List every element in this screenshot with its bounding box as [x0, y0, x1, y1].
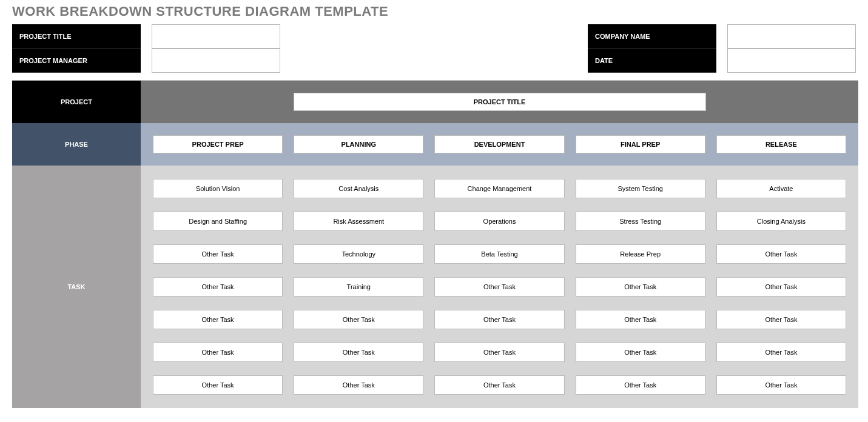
row-label-task: TASK: [12, 166, 141, 408]
phase-cell[interactable]: FINAL PREP: [576, 135, 705, 153]
row-body-task: Solution VisionCost AnalysisChange Manag…: [141, 166, 858, 408]
task-cell[interactable]: Other Task: [716, 310, 846, 329]
task-cell[interactable]: Beta Testing: [434, 244, 564, 264]
task-cell[interactable]: Technology: [294, 244, 423, 264]
row-body-project: PROJECT TITLE: [141, 81, 858, 123]
task-cell[interactable]: Other Task: [576, 277, 705, 296]
task-cell[interactable]: Other Task: [716, 277, 846, 296]
task-cell[interactable]: Other Task: [716, 375, 846, 395]
phase-cell[interactable]: RELEASE: [716, 135, 846, 153]
task-cell[interactable]: Design and Staffing: [153, 212, 283, 231]
row-label-project: PROJECT: [12, 81, 141, 123]
company-name-input[interactable]: [727, 24, 856, 49]
phase-cell[interactable]: DEVELOPMENT: [434, 135, 564, 153]
task-cell[interactable]: Other Task: [153, 375, 283, 395]
header-grid: PROJECT TITLE COMPANY NAME PROJECT MANAG…: [12, 24, 856, 73]
task-cell[interactable]: Other Task: [294, 343, 423, 362]
task-cell[interactable]: Change Management: [434, 179, 564, 198]
task-cell[interactable]: Risk Assessment: [294, 212, 423, 231]
task-cell[interactable]: Closing Analysis: [716, 212, 846, 231]
company-name-label: COMPANY NAME: [588, 24, 716, 49]
project-title-label: PROJECT TITLE: [12, 24, 141, 49]
task-cell[interactable]: Operations: [434, 212, 564, 231]
task-cell[interactable]: Other Task: [153, 244, 283, 264]
task-cell[interactable]: Training: [294, 277, 423, 296]
task-cell[interactable]: Other Task: [153, 343, 283, 362]
task-cell[interactable]: Cost Analysis: [294, 179, 423, 198]
task-cell[interactable]: Activate: [716, 179, 846, 198]
task-cell[interactable]: Solution Vision: [153, 179, 283, 198]
row-label-phase: PHASE: [12, 123, 141, 166]
task-cell[interactable]: Other Task: [294, 375, 423, 395]
task-cell[interactable]: Release Prep: [576, 244, 705, 264]
task-cell[interactable]: Other Task: [294, 310, 423, 329]
project-manager-input[interactable]: [152, 49, 280, 73]
wbs-table: PROJECT PROJECT TITLE PHASE PROJECT PREP…: [12, 80, 858, 408]
task-cell[interactable]: Other Task: [434, 310, 564, 329]
task-cell[interactable]: Stress Testing: [576, 212, 705, 231]
task-cell[interactable]: Other Task: [434, 277, 564, 296]
project-title-box[interactable]: PROJECT TITLE: [294, 93, 706, 111]
task-cell[interactable]: Other Task: [716, 244, 846, 264]
task-cell[interactable]: Other Task: [434, 375, 564, 395]
phase-cell[interactable]: PLANNING: [294, 135, 423, 153]
task-cell[interactable]: System Testing: [576, 179, 705, 198]
task-cell[interactable]: Other Task: [576, 343, 705, 362]
task-cell[interactable]: Other Task: [576, 375, 705, 395]
date-input[interactable]: [727, 49, 856, 73]
task-cell[interactable]: Other Task: [716, 343, 846, 362]
phase-cell[interactable]: PROJECT PREP: [153, 135, 283, 153]
task-cell[interactable]: Other Task: [153, 310, 283, 329]
project-manager-label: PROJECT MANAGER: [12, 49, 141, 73]
task-cell[interactable]: Other Task: [153, 277, 283, 296]
task-cell[interactable]: Other Task: [576, 310, 705, 329]
project-title-input[interactable]: [152, 24, 280, 49]
task-cell[interactable]: Other Task: [434, 343, 564, 362]
page-title: WORK BREAKDOWN STRUCTURE DIAGRAM TEMPLAT…: [12, 4, 856, 19]
row-body-phase: PROJECT PREP PLANNING DEVELOPMENT FINAL …: [141, 123, 858, 166]
date-label: DATE: [588, 49, 716, 73]
